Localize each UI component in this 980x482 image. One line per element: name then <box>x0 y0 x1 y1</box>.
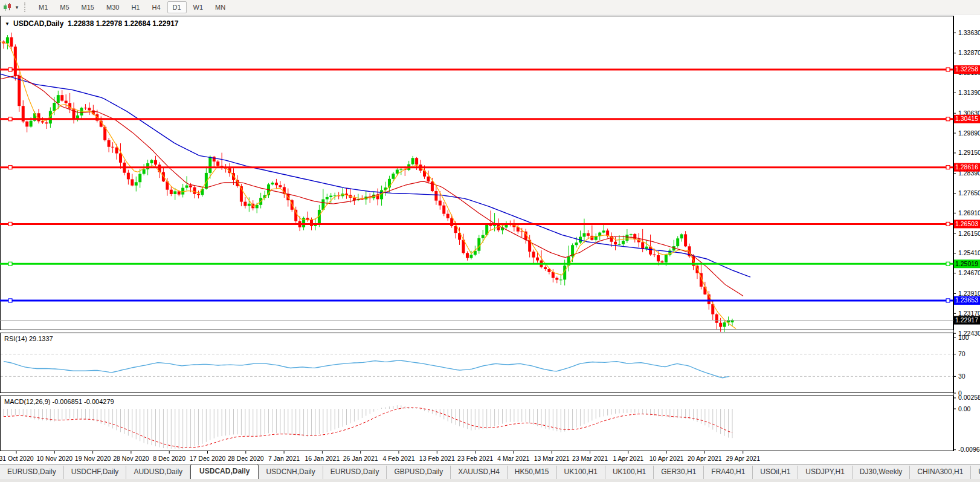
chart-tab-china300-h1[interactable]: CHINA300,H1 <box>910 466 971 479</box>
candle-body <box>60 95 63 100</box>
candle-body <box>53 103 56 111</box>
macd-indicator: 0.002580.00-0.00968 <box>4 394 980 453</box>
candle-body <box>131 179 134 185</box>
chart-tab-dj30-weekly[interactable]: DJ30,Weekly <box>853 466 910 479</box>
hline-handle[interactable] <box>8 68 12 71</box>
candle-body <box>232 173 235 180</box>
chart-tab-eurusd-daily[interactable]: EURUSD,Daily <box>0 466 64 479</box>
timeframe-button-mn[interactable]: MN <box>210 1 231 13</box>
chart-tab-eurusd-daily[interactable]: EURUSD,Daily <box>323 466 387 479</box>
hline-1.32258[interactable]: 1.32258 <box>0 65 980 74</box>
timeframe-button-w1[interactable]: W1 <box>188 1 209 13</box>
hline-handle[interactable] <box>946 299 950 302</box>
price-badge-label: 1.23653 <box>955 296 978 304</box>
price-badge-label: 1.25019 <box>955 260 978 267</box>
date-label: 23 Feb 2021 <box>457 455 493 462</box>
candle-body <box>630 234 633 235</box>
candle-body <box>617 244 621 245</box>
candle-body <box>150 160 153 163</box>
chart-tab-uk100-h1[interactable]: UK100,H1 <box>605 466 654 479</box>
timeframe-button-h4[interactable]: H4 <box>146 1 166 13</box>
date-label: 31 Oct 2020 <box>0 455 34 462</box>
candle-body <box>446 214 450 218</box>
hline-handle[interactable] <box>8 117 12 121</box>
hline-handle[interactable] <box>8 222 12 226</box>
hline-handle[interactable] <box>946 262 950 265</box>
chart-tab-usdcad-daily[interactable]: USDCAD,Daily <box>190 464 259 479</box>
hline-handle[interactable] <box>946 68 950 71</box>
candle-body <box>665 255 668 262</box>
candle-body <box>111 147 114 148</box>
candle-body <box>173 191 176 194</box>
candle-body <box>193 187 196 194</box>
chart-tab-fra40-h1[interactable]: FRA40,H1 <box>704 466 753 479</box>
chart-title: USDCAD,Daily 1.22838 1.22978 1.22684 1.2… <box>13 19 179 28</box>
rsi-axis-label: 30 <box>958 373 965 380</box>
date-label: 16 Jan 2021 <box>305 455 340 462</box>
chart-canvas[interactable]: 1.336301.328701.321301.313901.306301.298… <box>0 0 980 464</box>
candle-body <box>676 238 679 246</box>
candle-body <box>532 252 535 258</box>
chart-tab-usdjpy-h1[interactable]: USDJPY,H1 <box>798 466 852 479</box>
candle-body <box>65 101 68 103</box>
candle-body <box>399 169 402 170</box>
hline-1.23653[interactable]: 1.23653 <box>0 296 980 305</box>
date-label: 7 Jan 2021 <box>268 455 300 462</box>
candle-body <box>536 258 539 261</box>
candle-body <box>559 279 563 280</box>
candle-body <box>602 230 605 232</box>
chart-tab-gbpusd-daily[interactable]: GBPUSD,Daily <box>387 466 451 479</box>
candlestick-series <box>2 33 734 332</box>
candle-body <box>30 121 33 127</box>
symbol-collapse-icon[interactable]: ▼ <box>5 21 10 27</box>
hline-handle[interactable] <box>8 299 12 302</box>
candle-body <box>197 194 200 195</box>
date-axis[interactable]: 31 Oct 202010 Nov 202019 Nov 202028 Nov … <box>0 451 760 462</box>
chart-tab-uk100-h1[interactable]: UK100,H1 <box>557 466 605 479</box>
candle-body <box>135 182 138 185</box>
hline-handle[interactable] <box>946 222 950 226</box>
candlestick-chart-icon[interactable] <box>1 2 13 13</box>
timeframe-button-m15[interactable]: M15 <box>76 1 100 13</box>
timeframe-button-m1[interactable]: M1 <box>33 1 53 13</box>
candle-body <box>633 234 636 239</box>
hline-handle[interactable] <box>946 117 950 121</box>
chart-tab-ger30-h1[interactable]: GER30,H1 <box>654 466 704 479</box>
date-label: 4 Feb 2021 <box>382 455 414 462</box>
hline-handle[interactable] <box>946 166 950 169</box>
candle-body <box>622 241 625 244</box>
timeframe-button-m5[interactable]: M5 <box>54 1 74 13</box>
candle-body <box>138 174 141 183</box>
hline-1.25019[interactable]: 1.25019 <box>0 259 980 268</box>
macd-indicator-label: MACD(12,26,9) -0.006851 -0.004279 <box>4 398 114 405</box>
chart-tab-usdchf-daily[interactable]: USDCHF,Daily <box>64 466 127 479</box>
chevron-down-icon[interactable]: ▾ <box>13 4 21 10</box>
candle-body <box>213 157 216 161</box>
price-axis[interactable]: 1.336301.328701.321301.313901.306301.298… <box>953 29 980 337</box>
chart-tab-audusd-daily[interactable]: AUDUSD,Daily <box>126 466 190 479</box>
hline-1.30415[interactable]: 1.30415 <box>0 115 980 123</box>
candle-body <box>641 243 644 249</box>
candle-body <box>555 278 558 280</box>
candle-body <box>119 154 122 163</box>
timeframe-button-h1[interactable]: H1 <box>126 1 145 13</box>
chart-tab-xauusd-h4[interactable]: XAUUSD,H4 <box>451 466 508 479</box>
date-label: 8 Dec 2020 <box>153 455 185 462</box>
price-tick-label: 1.26910 <box>958 209 980 217</box>
hline-handle[interactable] <box>8 262 12 265</box>
timeframe-button-d1[interactable]: D1 <box>167 1 187 13</box>
rsi-indicator-label: RSI(14) 29.1337 <box>4 335 53 342</box>
candlestick-chart-glyph <box>3 3 12 11</box>
chart-tab-usdcnh-daily[interactable]: USDCNH,Daily <box>259 466 323 479</box>
chart-tab-u[interactable]: U <box>971 466 980 479</box>
hline-handle[interactable] <box>8 166 12 169</box>
timeframe-button-m30[interactable]: M30 <box>101 1 124 13</box>
chart-tab-hk50-m15[interactable]: HK50,M15 <box>508 466 557 479</box>
date-label: 19 Nov 2020 <box>75 455 111 462</box>
candle-body <box>598 233 601 236</box>
candle-body <box>653 255 656 255</box>
date-label: 26 Jan 2021 <box>343 455 378 462</box>
chart-tab-usoil-h1[interactable]: USOil,H1 <box>753 466 798 479</box>
hline-1.26503[interactable]: 1.26503 <box>0 220 980 228</box>
candle-body <box>25 122 28 127</box>
